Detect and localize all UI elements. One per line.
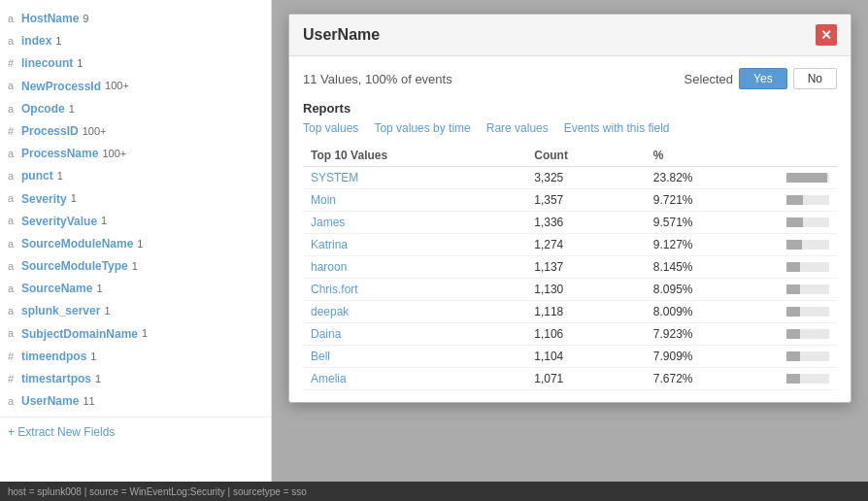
modal-header: UserName ✕ xyxy=(289,15,851,56)
extract-new-fields-button[interactable]: + Extract New Fields xyxy=(0,417,271,447)
sidebar-item-linecount[interactable]: #linecount1 xyxy=(0,52,271,75)
no-button[interactable]: No xyxy=(793,68,837,89)
sidebar-item-splunk_server[interactable]: asplunk_server1 xyxy=(0,300,271,322)
field-count: 1 xyxy=(90,349,96,366)
sidebar-item-timeendpos[interactable]: #timeendpos1 xyxy=(0,346,271,368)
sidebar-item-severity[interactable]: aSeverity1 xyxy=(0,188,271,211)
field-count: 1 xyxy=(77,55,83,73)
table-row: Amelia1,0717.672% xyxy=(303,368,837,390)
modal-close-button[interactable]: ✕ xyxy=(816,24,837,46)
field-type-indicator: a xyxy=(8,78,17,95)
table-row: Bell1,1047.909% xyxy=(303,346,837,368)
bar-cell xyxy=(779,346,837,368)
value-name-cell[interactable]: deepak xyxy=(303,301,526,323)
field-count: 1 xyxy=(137,236,143,253)
value-name-cell[interactable]: Bell xyxy=(303,346,526,368)
bar-cell xyxy=(779,323,837,346)
bar-fill xyxy=(786,240,802,250)
sidebar-item-index[interactable]: aindex1 xyxy=(0,30,271,52)
value-name-cell[interactable]: Daina xyxy=(303,323,526,346)
field-name: UserName xyxy=(21,392,79,411)
bar-cell xyxy=(779,212,837,234)
pct-cell: 8.009% xyxy=(646,301,779,323)
pct-cell: 7.909% xyxy=(646,346,779,368)
bottom-bar-text: host = splunk008 | source = WinEventLog:… xyxy=(8,486,307,497)
value-name-cell[interactable]: James xyxy=(303,212,526,234)
value-name-cell[interactable]: Chris.fort xyxy=(303,279,526,301)
bar-container xyxy=(786,307,829,317)
field-name: linecount xyxy=(21,54,73,73)
col-header-bar xyxy=(779,145,837,167)
bar-container xyxy=(786,351,829,361)
value-name-cell[interactable]: Moin xyxy=(303,189,526,212)
col-header-pct: % xyxy=(646,145,779,167)
value-name-cell[interactable]: haroon xyxy=(303,256,526,279)
table-row: Chris.fort1,1308.095% xyxy=(303,279,837,301)
yes-button[interactable]: Yes xyxy=(739,68,787,89)
bar-cell xyxy=(779,234,837,256)
sidebar-item-opcode[interactable]: aOpcode1 xyxy=(0,98,271,120)
table-row: James1,3369.571% xyxy=(303,212,837,234)
sidebar-item-sourcemoduletype[interactable]: aSourceModuleType1 xyxy=(0,255,271,278)
sidebar-item-punct[interactable]: apunct1 xyxy=(0,165,271,187)
bar-container xyxy=(786,374,829,384)
bar-cell xyxy=(779,189,837,212)
field-name: SubjectDomainName xyxy=(21,325,138,344)
field-name: Opcode xyxy=(21,100,65,118)
username-modal: UserName ✕ 11 Values, 100% of events Sel… xyxy=(288,14,851,403)
field-type-indicator: a xyxy=(8,236,17,253)
pct-cell: 7.923% xyxy=(646,323,779,346)
sidebar-item-severityvalue[interactable]: aSeverityValue1 xyxy=(0,211,271,233)
sidebar-item-processname[interactable]: aProcessName100+ xyxy=(0,143,271,165)
bar-fill xyxy=(786,329,800,339)
field-count: 1 xyxy=(71,190,77,208)
field-count: 100+ xyxy=(83,123,107,141)
sidebar-item-newprocessid[interactable]: aNewProcessId100+ xyxy=(0,76,271,98)
count-cell: 1,106 xyxy=(526,323,646,346)
field-count: 100+ xyxy=(102,146,126,163)
value-name-cell[interactable]: Amelia xyxy=(303,368,526,390)
report-link-rare-values[interactable]: Rare values xyxy=(486,121,549,135)
sidebar-item-sourcename[interactable]: aSourceName1 xyxy=(0,278,271,300)
bar-container xyxy=(786,217,829,227)
field-name: timestartpos xyxy=(21,370,91,388)
field-name: splunk_server xyxy=(21,302,100,320)
count-cell: 1,137 xyxy=(526,256,646,279)
sidebar-item-hostname[interactable]: aHostName9 xyxy=(0,8,271,30)
table-row: haroon1,1378.145% xyxy=(303,256,837,279)
value-name-cell[interactable]: Katrina xyxy=(303,234,526,256)
field-type-indicator: a xyxy=(8,33,17,50)
field-type-indicator: # xyxy=(8,371,17,388)
count-cell: 1,130 xyxy=(526,279,646,301)
bar-fill xyxy=(786,307,800,317)
field-count: 1 xyxy=(95,371,101,388)
pct-cell: 23.82% xyxy=(646,167,779,189)
report-link-top-values-by-time[interactable]: Top values by time xyxy=(374,121,470,135)
field-type-indicator: a xyxy=(8,213,17,230)
table-row: Katrina1,2749.127% xyxy=(303,234,837,256)
report-link-events-with-this-field[interactable]: Events with this field xyxy=(564,121,670,135)
sidebar-item-username[interactable]: aUserName11 xyxy=(0,390,271,413)
pct-cell: 9.127% xyxy=(646,234,779,256)
selected-label: Selected xyxy=(684,72,733,86)
value-name-cell[interactable]: SYSTEM xyxy=(303,167,526,189)
count-cell: 1,104 xyxy=(526,346,646,368)
field-count: 1 xyxy=(101,213,107,230)
count-cell: 1,071 xyxy=(526,368,646,390)
col-header-count: Count xyxy=(526,145,646,167)
sidebar-item-processid[interactable]: #ProcessID100+ xyxy=(0,120,271,143)
field-name: punct xyxy=(21,167,53,185)
table-row: SYSTEM3,32523.82% xyxy=(303,167,837,189)
bar-container xyxy=(786,173,829,183)
report-link-top-values[interactable]: Top values xyxy=(303,121,358,135)
bar-cell xyxy=(779,167,837,189)
reports-section: Reports Top valuesTop values by timeRare… xyxy=(303,101,837,135)
bar-container xyxy=(786,240,829,250)
sidebar-item-subjectdomainname[interactable]: aSubjectDomainName1 xyxy=(0,323,271,346)
sidebar-item-timestartpos[interactable]: #timestartpos1 xyxy=(0,368,271,390)
sidebar-item-sourcemodulename[interactable]: aSourceModuleName1 xyxy=(0,233,271,255)
table-row: Daina1,1067.923% xyxy=(303,323,837,346)
modal-title: UserName xyxy=(303,26,380,44)
bottom-bar: host = splunk008 | source = WinEventLog:… xyxy=(0,482,868,501)
field-count: 9 xyxy=(83,11,88,28)
